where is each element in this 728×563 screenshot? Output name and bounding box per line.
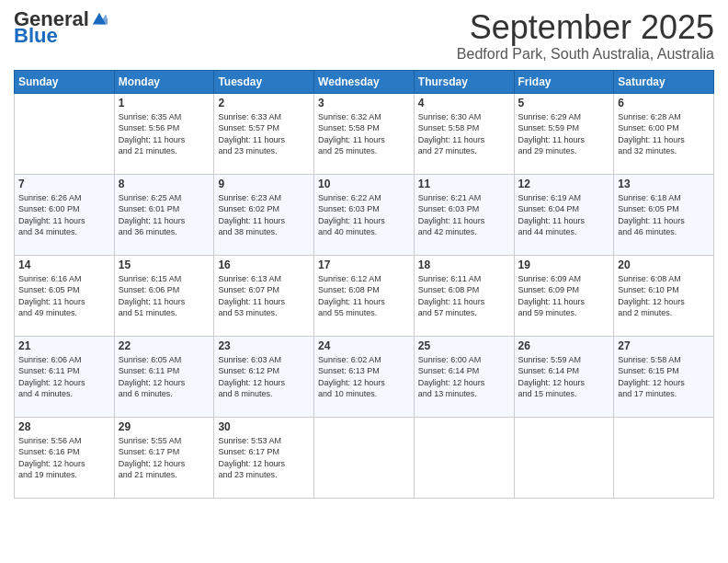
month-title: September 2025: [457, 9, 714, 46]
logo: General Blue: [14, 9, 108, 46]
calendar-cell: 13Sunrise: 6:18 AM Sunset: 6:05 PM Dayli…: [614, 174, 714, 255]
cell-info: Sunrise: 5:59 AM Sunset: 6:14 PM Dayligh…: [518, 354, 610, 400]
column-header-wednesday: Wednesday: [314, 70, 415, 93]
calendar-cell: [314, 417, 415, 498]
column-header-sunday: Sunday: [15, 70, 115, 93]
location-title: Bedford Park, South Australia, Australia: [457, 46, 714, 63]
day-number: 4: [418, 97, 510, 109]
day-number: 23: [218, 339, 310, 352]
calendar-cell: [514, 417, 614, 498]
cell-info: Sunrise: 6:08 AM Sunset: 6:10 PM Dayligh…: [618, 273, 710, 319]
calendar-cell: 4Sunrise: 6:30 AM Sunset: 5:58 PM Daylig…: [414, 93, 514, 174]
cell-info: Sunrise: 6:28 AM Sunset: 6:00 PM Dayligh…: [618, 111, 710, 157]
calendar-cell: 29Sunrise: 5:55 AM Sunset: 6:17 PM Dayli…: [114, 417, 214, 498]
calendar-cell: 24Sunrise: 6:02 AM Sunset: 6:13 PM Dayli…: [314, 336, 415, 417]
calendar-cell: 23Sunrise: 6:03 AM Sunset: 6:12 PM Dayli…: [214, 336, 314, 417]
cell-info: Sunrise: 5:53 AM Sunset: 6:17 PM Dayligh…: [218, 435, 310, 481]
cell-info: Sunrise: 6:30 AM Sunset: 5:58 PM Dayligh…: [418, 111, 510, 157]
calendar-cell: [414, 417, 514, 498]
cell-info: Sunrise: 5:55 AM Sunset: 6:17 PM Dayligh…: [119, 435, 210, 481]
calendar-cell: 15Sunrise: 6:15 AM Sunset: 6:06 PM Dayli…: [114, 255, 214, 336]
title-section: September 2025 Bedford Park, South Austr…: [457, 9, 714, 63]
day-number: 14: [18, 259, 110, 271]
week-row-4: 21Sunrise: 6:06 AM Sunset: 6:11 PM Dayli…: [15, 336, 714, 417]
calendar-cell: 14Sunrise: 6:16 AM Sunset: 6:05 PM Dayli…: [15, 255, 115, 336]
day-number: 29: [119, 420, 210, 433]
cell-info: Sunrise: 6:09 AM Sunset: 6:09 PM Dayligh…: [518, 273, 610, 319]
day-number: 28: [18, 420, 110, 433]
calendar-cell: 6Sunrise: 6:28 AM Sunset: 6:00 PM Daylig…: [614, 93, 714, 174]
cell-info: Sunrise: 6:22 AM Sunset: 6:03 PM Dayligh…: [318, 192, 410, 238]
cell-info: Sunrise: 6:05 AM Sunset: 6:11 PM Dayligh…: [119, 354, 210, 400]
cell-info: Sunrise: 6:03 AM Sunset: 6:12 PM Dayligh…: [218, 354, 310, 400]
cell-info: Sunrise: 6:15 AM Sunset: 6:06 PM Dayligh…: [119, 273, 210, 319]
calendar-cell: 25Sunrise: 6:00 AM Sunset: 6:14 PM Dayli…: [414, 336, 514, 417]
cell-info: Sunrise: 6:12 AM Sunset: 6:08 PM Dayligh…: [318, 273, 410, 319]
day-number: 10: [318, 178, 410, 190]
day-number: 1: [119, 97, 210, 109]
day-number: 9: [218, 178, 310, 190]
column-header-saturday: Saturday: [614, 70, 714, 93]
column-header-tuesday: Tuesday: [214, 70, 314, 93]
cell-info: Sunrise: 6:25 AM Sunset: 6:01 PM Dayligh…: [119, 192, 210, 238]
day-number: 16: [218, 259, 310, 271]
cell-info: Sunrise: 6:29 AM Sunset: 5:59 PM Dayligh…: [518, 111, 610, 157]
day-number: 24: [318, 339, 410, 352]
day-number: 18: [418, 259, 510, 271]
calendar-body: 1Sunrise: 6:35 AM Sunset: 5:56 PM Daylig…: [15, 93, 714, 498]
cell-info: Sunrise: 6:18 AM Sunset: 6:05 PM Dayligh…: [618, 192, 710, 238]
day-number: 13: [618, 178, 710, 190]
cell-info: Sunrise: 6:32 AM Sunset: 5:58 PM Dayligh…: [318, 111, 410, 157]
calendar-cell: 11Sunrise: 6:21 AM Sunset: 6:03 PM Dayli…: [414, 174, 514, 255]
day-number: 20: [618, 259, 710, 271]
day-number: 15: [119, 259, 210, 271]
calendar-cell: 3Sunrise: 6:32 AM Sunset: 5:58 PM Daylig…: [314, 93, 415, 174]
cell-info: Sunrise: 6:26 AM Sunset: 6:00 PM Dayligh…: [18, 192, 110, 238]
day-number: 2: [218, 97, 310, 109]
cell-info: Sunrise: 6:02 AM Sunset: 6:13 PM Dayligh…: [318, 354, 410, 400]
cell-info: Sunrise: 6:23 AM Sunset: 6:02 PM Dayligh…: [218, 192, 310, 238]
calendar-cell: 19Sunrise: 6:09 AM Sunset: 6:09 PM Dayli…: [514, 255, 614, 336]
calendar-cell: 22Sunrise: 6:05 AM Sunset: 6:11 PM Dayli…: [114, 336, 214, 417]
week-row-5: 28Sunrise: 5:56 AM Sunset: 6:16 PM Dayli…: [15, 417, 714, 498]
calendar-cell: 16Sunrise: 6:13 AM Sunset: 6:07 PM Dayli…: [214, 255, 314, 336]
day-number: 26: [518, 339, 610, 352]
calendar-cell: [15, 93, 115, 174]
calendar-cell: 26Sunrise: 5:59 AM Sunset: 6:14 PM Dayli…: [514, 336, 614, 417]
day-number: 3: [318, 97, 410, 109]
calendar-cell: 20Sunrise: 6:08 AM Sunset: 6:10 PM Dayli…: [614, 255, 714, 336]
calendar-table: SundayMondayTuesdayWednesdayThursdayFrid…: [14, 70, 714, 499]
cell-info: Sunrise: 6:19 AM Sunset: 6:04 PM Dayligh…: [518, 192, 610, 238]
logo-blue-text: Blue: [14, 26, 58, 46]
calendar-cell: 18Sunrise: 6:11 AM Sunset: 6:08 PM Dayli…: [414, 255, 514, 336]
day-number: 6: [618, 97, 710, 109]
day-number: 7: [18, 178, 110, 190]
calendar-cell: 28Sunrise: 5:56 AM Sunset: 6:16 PM Dayli…: [15, 417, 115, 498]
column-header-monday: Monday: [114, 70, 214, 93]
week-row-3: 14Sunrise: 6:16 AM Sunset: 6:05 PM Dayli…: [15, 255, 714, 336]
day-number: 11: [418, 178, 510, 190]
calendar-cell: 27Sunrise: 5:58 AM Sunset: 6:15 PM Dayli…: [614, 336, 714, 417]
calendar-cell: 10Sunrise: 6:22 AM Sunset: 6:03 PM Dayli…: [314, 174, 415, 255]
day-number: 21: [18, 339, 110, 352]
day-number: 22: [119, 339, 210, 352]
cell-info: Sunrise: 6:00 AM Sunset: 6:14 PM Dayligh…: [418, 354, 510, 400]
week-row-1: 1Sunrise: 6:35 AM Sunset: 5:56 PM Daylig…: [15, 93, 714, 174]
calendar-cell: 1Sunrise: 6:35 AM Sunset: 5:56 PM Daylig…: [114, 93, 214, 174]
cell-info: Sunrise: 6:06 AM Sunset: 6:11 PM Dayligh…: [18, 354, 110, 400]
day-number: 8: [119, 178, 210, 190]
column-header-friday: Friday: [514, 70, 614, 93]
cell-info: Sunrise: 6:16 AM Sunset: 6:05 PM Dayligh…: [18, 273, 110, 319]
day-number: 27: [618, 339, 710, 352]
cell-info: Sunrise: 6:35 AM Sunset: 5:56 PM Dayligh…: [119, 111, 210, 157]
calendar-cell: 21Sunrise: 6:06 AM Sunset: 6:11 PM Dayli…: [15, 336, 115, 417]
page-header: General Blue September 2025 Bedford Park…: [14, 9, 714, 63]
cell-info: Sunrise: 5:58 AM Sunset: 6:15 PM Dayligh…: [618, 354, 710, 400]
calendar-cell: 12Sunrise: 6:19 AM Sunset: 6:04 PM Dayli…: [514, 174, 614, 255]
day-number: 17: [318, 259, 410, 271]
calendar-cell: 8Sunrise: 6:25 AM Sunset: 6:01 PM Daylig…: [114, 174, 214, 255]
logo-icon: [91, 11, 108, 28]
cell-info: Sunrise: 5:56 AM Sunset: 6:16 PM Dayligh…: [18, 435, 110, 481]
calendar-cell: 30Sunrise: 5:53 AM Sunset: 6:17 PM Dayli…: [214, 417, 314, 498]
calendar-cell: [614, 417, 714, 498]
